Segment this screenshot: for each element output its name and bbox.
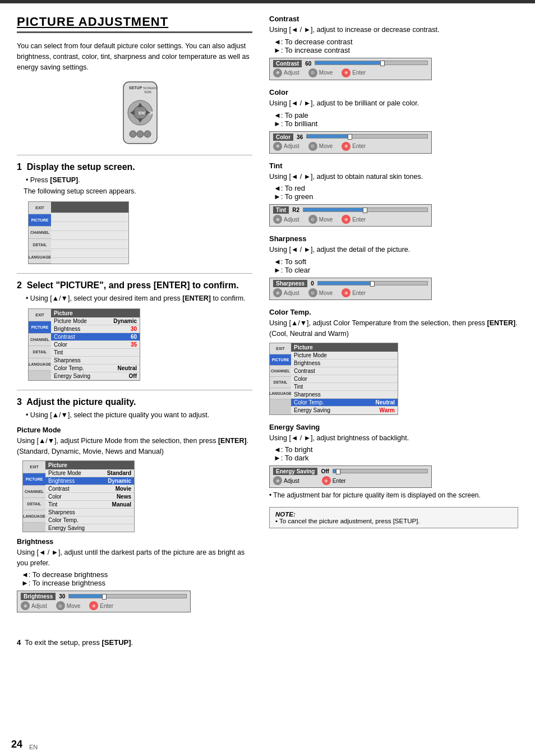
tint-slider-value: R2 bbox=[292, 207, 299, 213]
pt-tint: Tint bbox=[291, 383, 398, 391]
brightness-enter-btn: ⊕ Enter bbox=[89, 601, 113, 610]
brightness-move-btn: ⊙ Move bbox=[56, 601, 80, 610]
s2-row-bright: Brightness30 bbox=[51, 325, 140, 333]
tint-text: Using [◄ / ►], adjust to obtain natural … bbox=[269, 172, 518, 182]
contrast-adjust-icon: ⊕ bbox=[273, 68, 282, 77]
s3-energy: Energy Saving bbox=[45, 524, 134, 532]
tint-bullets: ◄: To red ►: To green bbox=[274, 184, 518, 201]
brightness-text: Using [◄ / ►], adjust until the darkest … bbox=[17, 547, 252, 569]
picture-mode-text: Using [▲/▼], adjust Picture Mode from th… bbox=[17, 436, 252, 457]
brightness-slider-value: 30 bbox=[59, 593, 65, 600]
s3-tint: TintManual bbox=[45, 501, 134, 509]
color-adjust-icon: ⊕ bbox=[273, 142, 282, 151]
step-1-body: • Press [SETUP]. The following setup scr… bbox=[24, 174, 252, 197]
side-icons-2: EXIT PICTURE CHANNEL DETAIL LANGUAGE bbox=[29, 309, 51, 380]
tint-bullet-1: ◄: To red bbox=[274, 184, 518, 192]
s3-channel: CHANNEL bbox=[23, 486, 45, 498]
color-controls: ⊕ Adjust ⊙ Move ⊕ Enter bbox=[273, 142, 428, 151]
energy-slider-row: Energy Saving Off bbox=[273, 468, 428, 475]
step-3-number: 3 Adjust the picture quality. bbox=[17, 397, 252, 407]
sharpness-move-icon: ⊙ bbox=[308, 288, 317, 297]
sharpness-slider-box: Sharpness 0 ⊕ Adjust ⊙ bbox=[269, 278, 432, 300]
step-3-body: • Using [▲/▼], select the picture qualit… bbox=[24, 409, 252, 421]
s2-row-contrast: Contrast60 bbox=[51, 333, 140, 341]
icon-detail: DETAIL bbox=[29, 239, 51, 251]
sharpness-bullet-2: ►: To clear bbox=[274, 266, 518, 274]
tint-enter-btn: ⊕ Enter bbox=[342, 215, 366, 224]
s3-sharp: Sharpness bbox=[45, 509, 134, 517]
color-thumb bbox=[348, 134, 352, 140]
sharpness-text: Using [◄ / ►], adjust the detail of the … bbox=[269, 245, 518, 255]
energy-track bbox=[333, 469, 428, 473]
sharpness-enter-label: Enter bbox=[352, 290, 366, 296]
pt-ctemp: Color Temp.Neutral bbox=[291, 399, 398, 407]
tint-move-label: Move bbox=[319, 216, 333, 223]
s2-row-tint: Tint bbox=[51, 349, 140, 357]
energy-bullet-2: ►: To dark bbox=[274, 454, 518, 462]
side-menu-1: EXIT PICTURE CHANNEL DETAIL LANGUAGE bbox=[28, 201, 129, 264]
color-heading: Color bbox=[269, 88, 518, 96]
contrast-bullet-2: ►: To increase contrast bbox=[274, 46, 518, 54]
color-bullet-1: ◄: To pale bbox=[274, 111, 518, 119]
energy-slider-label: Energy Saving bbox=[273, 468, 317, 475]
energy-note: • The adjustment bar for picture quality… bbox=[269, 491, 518, 499]
color-adjust-label: Adjust bbox=[284, 143, 299, 149]
contrast-adjust-btn: ⊕ Adjust bbox=[273, 68, 299, 77]
side-row-2 bbox=[51, 222, 128, 231]
side-content-empty bbox=[51, 202, 128, 213]
icon-exit: EXIT bbox=[29, 202, 51, 214]
icon-language: LANGUAGE bbox=[29, 251, 51, 264]
sharpness-enter-icon: ⊕ bbox=[342, 288, 350, 297]
pt-color: Color bbox=[291, 375, 398, 383]
energy-enter-label: Enter bbox=[333, 478, 346, 484]
remote-svg: SETUP SCREEN SIZE ENTER bbox=[93, 79, 188, 146]
color-move-label: Move bbox=[319, 143, 333, 149]
brightness-bullet-1: ◄: To decrease brightness bbox=[21, 570, 252, 579]
s2-channel: CHANNEL bbox=[29, 334, 51, 346]
contrast-text: Using [◄ / ►], adjust to increase or dec… bbox=[269, 25, 518, 35]
contrast-controls: ⊕ Adjust ⊙ Move ⊕ Enter bbox=[273, 68, 428, 77]
s2-exit: EXIT bbox=[29, 309, 51, 321]
brightness-move-icon: ⊙ bbox=[56, 601, 65, 610]
s3-mode: Picture ModeStandard bbox=[45, 469, 134, 477]
contrast-thumb bbox=[380, 61, 385, 66]
contrast-slider-box: Contrast 60 ⊕ Adjust ⊙ bbox=[269, 58, 432, 80]
colortemp-section: Color Temp. Using [▲/▼], adjust Color Te… bbox=[269, 308, 518, 415]
right-column: Contrast Using [◄ / ►], adjust to increa… bbox=[269, 15, 518, 621]
s2-picture: PICTURE bbox=[29, 321, 51, 334]
svg-point-13 bbox=[144, 131, 151, 137]
s2-row-colortemp: Color Temp.Neutral bbox=[51, 365, 140, 372]
contrast-move-label: Move bbox=[319, 70, 333, 76]
left-column: PICTURE ADJUSTMENT You can select from f… bbox=[17, 15, 252, 621]
side-row-3 bbox=[51, 231, 128, 240]
brightness-adjust-btn: ⊕ Adjust bbox=[21, 601, 47, 610]
energy-bullet-1: ◄: To bright bbox=[274, 445, 518, 454]
contrast-bullets: ◄: To decrease contrast ►: To increase c… bbox=[274, 38, 518, 54]
brightness-slider-title-row: Brightness 30 bbox=[21, 593, 187, 600]
color-fill bbox=[307, 135, 350, 138]
energy-adjust-icon: ⊕ bbox=[273, 476, 282, 485]
sharpness-adjust-label: Adjust bbox=[284, 290, 299, 296]
step-4-text: To exit the setup, press [SETUP]. bbox=[25, 638, 133, 647]
picture-mode-heading: Picture Mode bbox=[17, 426, 252, 434]
s2-detail: DETAIL bbox=[29, 346, 51, 358]
pt-picture: PICTURE bbox=[270, 354, 291, 366]
sharpness-thumb bbox=[370, 281, 375, 287]
svg-text:SIZE: SIZE bbox=[144, 90, 151, 94]
brightness-controls: ⊕ Adjust ⊙ Move ⊕ Enter bbox=[21, 601, 187, 610]
pt-mode: Picture Mode bbox=[291, 352, 398, 359]
brightness-move-label: Move bbox=[67, 603, 80, 609]
pt-language: LANGUAGE bbox=[270, 388, 291, 399]
tint-slider-label: Tint bbox=[273, 206, 289, 214]
step-3-bullet: • Using [▲/▼], select the picture qualit… bbox=[26, 409, 252, 421]
step-4-number: 4 bbox=[17, 638, 21, 647]
tint-enter-icon: ⊕ bbox=[342, 215, 350, 224]
intro-text: You can select from four default picture… bbox=[17, 41, 252, 72]
brightness-bullets: ◄: To decrease brightness ►: To increase… bbox=[21, 570, 252, 587]
sharpness-fill bbox=[318, 282, 373, 285]
sharpness-enter-btn: ⊕ Enter bbox=[342, 288, 366, 297]
energy-slider-value: Off bbox=[321, 468, 329, 474]
note-text: • To cancel the picture adjustment, pres… bbox=[275, 518, 512, 524]
s2-header: Picture bbox=[51, 309, 140, 317]
sharpness-section: Sharpness Using [◄ / ►], adjust the deta… bbox=[269, 234, 518, 300]
